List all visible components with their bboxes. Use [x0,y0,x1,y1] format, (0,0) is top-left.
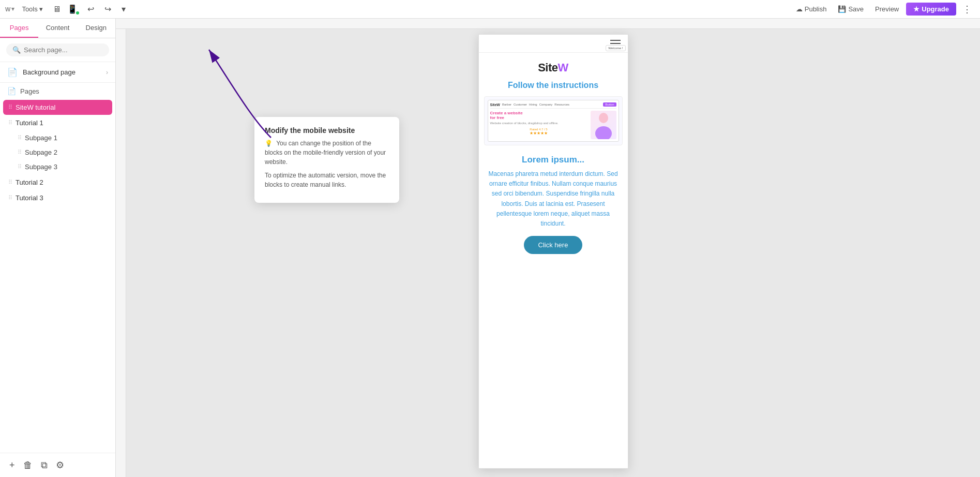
save-button[interactable]: 💾 Save [834,3,868,15]
sidebar-tabs: Pages Content Design [0,19,115,38]
fake-nav: SiteW Barber Customer Hiring Company Res… [490,102,616,109]
canvas-area: // will be rendered via SVG inline [116,19,980,477]
pages-icon: 📄 [7,87,16,95]
drag-icon: ⠿ [18,149,22,156]
add-page-button[interactable]: + [7,459,17,472]
drag-icon: ⠿ [18,135,22,141]
tab-pages[interactable]: Pages [0,19,38,38]
more-options-button[interactable]: ▾ [118,3,129,16]
sidebar-bottom: + 🗑 ⧉ ⚙ [0,453,115,477]
subpage2-item[interactable]: ⠿ Subpage 2 [3,145,112,159]
lorem-heading: Lorem ipsum... [479,152,628,169]
tools-button[interactable]: Tools ▾ [19,4,46,14]
ruler-marks: // will be rendered via SVG inline [116,19,980,28]
page-list: ⠿ SiteW tutorial ⠿ Tutorial 1 ⠿ Subpage … [0,97,115,453]
subpage3-item[interactable]: ⠿ Subpage 3 [3,160,112,174]
duplicate-icon: ⧉ [41,460,48,470]
tutorial1-item[interactable]: ⠿ Tutorial 1 [3,115,112,130]
subpage2-label: Subpage 2 [25,148,57,156]
search-input[interactable] [24,46,103,54]
body-text: Macenas pharetra metud interdum dictum. … [479,169,628,236]
fake-person-image [591,111,616,139]
settings-button[interactable]: ⚙ [54,458,66,472]
tutorial2-item[interactable]: ⠿ Tutorial 2 [3,175,112,190]
nav-link-1: Barber [502,103,511,106]
tooltip-title: Modify the mobile website [265,126,389,135]
search-icon: 🔍 [12,46,21,54]
drag-icon: ⠿ [18,163,22,170]
duplicate-page-button[interactable]: ⧉ [39,459,50,472]
upgrade-label: Upgrade [922,5,949,13]
mobile-device-button[interactable]: 📱 [65,3,80,16]
nav-link-2: Customer [514,103,527,106]
background-page-icon: 📄 [7,67,18,77]
fake-title-highlight: website [507,111,522,115]
logo-button[interactable]: W ▾ [5,6,14,12]
topbar-right: ☁ Publish 💾 Save Preview ★ Upgrade ⋮ [792,2,975,17]
fake-right: Welcome ! [591,111,616,139]
fake-nav-cta: Button [603,102,616,107]
settings-icon: ⚙ [56,460,64,470]
hamburger-line1 [610,40,621,41]
tutorial2-label: Tutorial 2 [16,178,43,186]
sidebar: Pages Content Design 🔍 📄 Background page… [0,19,116,477]
preview-button[interactable]: Preview [871,3,903,15]
nav-link-3: Hiring [529,103,537,106]
upgrade-button[interactable]: ★ Upgrade [906,3,956,16]
upgrade-star-icon: ★ [913,5,919,13]
pages-header: 📄 Pages [7,87,108,95]
tutorial1-group: ⠿ Tutorial 1 ⠿ Subpage 1 ⠿ Subpage 2 ⠿ S… [0,115,115,174]
tools-label: Tools [22,5,37,13]
drag-icon: ⠿ [8,104,12,111]
tab-design[interactable]: Design [77,19,115,38]
background-page-row[interactable]: 📄 Background page › [0,62,115,83]
fake-screenshot: SiteW Barber Customer Hiring Company Res… [488,100,619,142]
tooltip-popup: Modify the mobile website 💡 You can chan… [254,117,399,203]
click-here-button[interactable]: Click here [524,236,583,254]
fake-left: Create a website for free Website creati… [490,111,587,136]
tab-content[interactable]: Content [38,19,77,38]
topbar-left: W ▾ Tools ▾ 🖥 📱 ↩ ↪ ▾ [5,3,129,16]
tooltip-body: 💡 You can change the position of the blo… [265,139,389,189]
canvas-content: SiteW Follow the instructions SiteW Barb… [116,29,980,477]
tutorial1-label: Tutorial 1 [16,119,43,127]
tutorial3-label: Tutorial 3 [16,194,43,202]
ruler-horizontal: // will be rendered via SVG inline [116,19,980,29]
pages-section: 📄 Pages [0,83,115,97]
search-area: 🔍 [0,38,115,62]
publish-button[interactable]: ☁ Publish [792,3,831,15]
mobile-frame: SiteW Follow the instructions SiteW Barb… [478,34,628,469]
undo-icon: ↩ [87,4,94,14]
redo-button[interactable]: ↪ [101,3,114,16]
nav-link-5: Resources [554,103,569,106]
fake-desc: Website creation of blocks, drag&drop an… [490,122,587,126]
lightbulb-icon: 💡 [265,140,273,147]
fake-nav-logo: SiteW [490,103,500,107]
subpage1-item[interactable]: ⠿ Subpage 1 [3,131,112,145]
redo-icon: ↪ [104,4,111,14]
active-indicator [76,11,79,14]
background-page-label: Background page [23,68,101,76]
search-input-wrap: 🔍 [6,43,109,56]
topbar: W ▾ Tools ▾ 🖥 📱 ↩ ↪ ▾ ☁ Publish [0,0,980,19]
publish-label: Publish [805,5,827,13]
add-icon: + [9,460,15,470]
mobile-logo: SiteW [479,53,628,79]
tutorial3-item[interactable]: ⠿ Tutorial 3 [3,190,112,205]
tooltip-line2: To optimize the automatic version, move … [265,171,389,189]
undo-button[interactable]: ↩ [84,3,97,16]
subpage1-label: Subpage 1 [25,134,57,142]
logo-w-text: W [5,6,10,12]
ruler-svg: // will be rendered via SVG inline [126,19,980,28]
follow-instructions-text: Follow the instructions [479,79,628,96]
desktop-device-button[interactable]: 🖥 [50,3,64,16]
save-label: Save [848,5,864,13]
hamburger-line2 [610,43,621,44]
sitew-tutorial-item[interactable]: ⠿ SiteW tutorial [3,100,112,115]
fake-content: Create a website for free Website creati… [490,111,616,139]
delete-page-button[interactable]: 🗑 [21,459,35,472]
ruler-vertical [116,29,126,477]
fake-nav-links: Barber Customer Hiring Company Resources [502,103,601,106]
tooltip-line1: 💡 You can change the position of the blo… [265,139,389,167]
topbar-more-button[interactable]: ⋮ [959,2,975,17]
